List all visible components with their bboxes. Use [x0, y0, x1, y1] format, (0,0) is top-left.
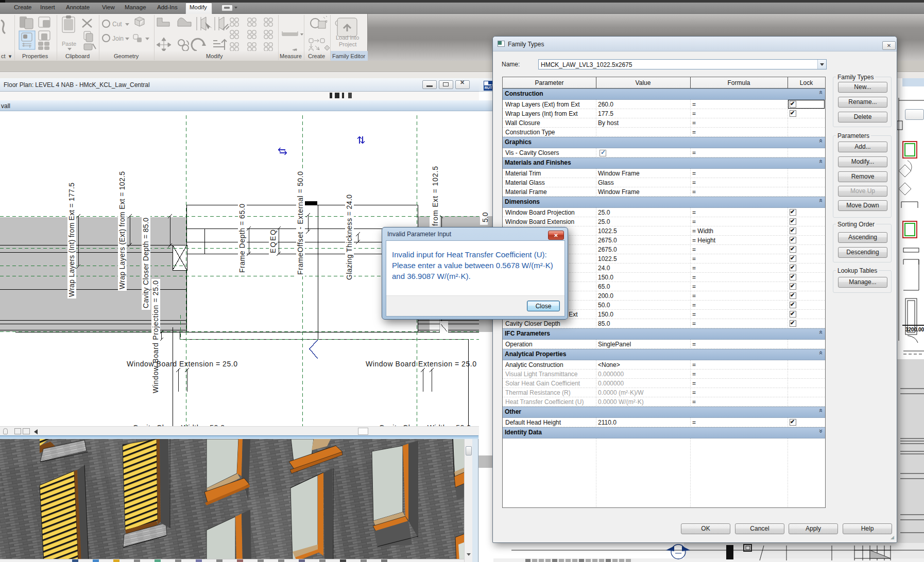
svg-text:3200.00: 3200.00	[905, 327, 924, 332]
svg-text:Cavity Closer Depth = 85.0: Cavity Closer Depth = 85.0	[142, 218, 150, 308]
svg-text:Paste: Paste	[62, 41, 76, 47]
svg-text:Window Board Extension = 25.0: Window Board Extension = 25.0	[127, 360, 237, 368]
svg-text:Frame Depth = 65.0: Frame Depth = 65.0	[238, 204, 246, 273]
svg-text:Window Board Extension = 25.0: Window Board Extension = 25.0	[366, 360, 476, 368]
svg-text:EQEQ: EQEQ	[269, 230, 277, 253]
svg-text:Window Board Projection = 25.0: Window Board Projection = 25.0	[151, 280, 160, 393]
svg-text:Wrap Layers (Int) from Ext = 1: Wrap Layers (Int) from Ext = 177.5	[67, 183, 76, 297]
svg-text:Join: Join	[112, 35, 124, 42]
svg-text:FrameOffset - External = 50.0: FrameOffset - External = 50.0	[296, 171, 304, 275]
svg-text:Glazing Thickness = 24.0: Glazing Thickness = 24.0	[345, 195, 353, 280]
svg-text:Wrap Layers (Ext) from Ext = 1: Wrap Layers (Ext) from Ext = 102.5	[118, 171, 126, 289]
svg-text:Cut: Cut	[112, 21, 122, 28]
svg-text:from Ext = 102.5: from Ext = 102.5	[431, 166, 439, 226]
